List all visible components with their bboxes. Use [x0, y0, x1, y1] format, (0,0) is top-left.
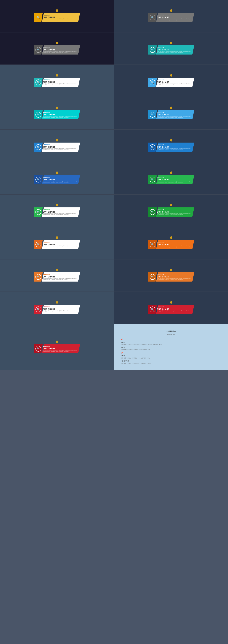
logo-chevron-4 [157, 47, 158, 48]
banner-logo-13: PHENIX [43, 209, 79, 210]
banner-5: 🔍 PHENIX OUR CHART Lorem ipsum dolor sit… [34, 78, 80, 87]
search-icon-12: 🔍 [150, 177, 155, 182]
search-icon-2: 🔍 [150, 14, 155, 20]
pin-icon-8 [170, 106, 172, 109]
banner-subtitle-19: Lorem ipsum dolor sit amet, consectetur … [43, 310, 79, 312]
logo-chevron-14 [157, 209, 158, 210]
banner-logo-21: PHENIX [43, 346, 79, 347]
banner-title-10: OUR CHART [157, 146, 193, 148]
banner-12: 🔍 PHENIX OUR CHART Lorem ipsum dolor sit… [148, 175, 194, 184]
banner-title-1: OUR CHART [43, 16, 79, 18]
doc-subtitle: Relaxing Policy [167, 334, 176, 335]
slide-11: 🔍 PHENIX OUR CHART Lorem ipsum dolor sit… [0, 162, 114, 194]
logo-chevron-15 [43, 242, 44, 243]
slide-9: 🔍 PHENIX OUR CHART Lorem ipsum dolor sit… [0, 130, 114, 162]
banner-11: 🔍 PHENIX OUR CHART Lorem ipsum dolor sit… [34, 175, 80, 184]
slide-doc: 자연한 공포 Relaxing Policy 📌 A. 결론: 인지 가능한 관… [114, 324, 228, 370]
banner-subtitle-5: Lorem ipsum dolor sit amet, consectetur … [43, 83, 79, 86]
pin-icon-18 [170, 269, 172, 271]
banner-subtitle-8: Lorem ipsum dolor sit amet, consectetur … [157, 116, 193, 118]
banner-2: 🔍 PHENIX OUR CHART Lorem ipsum dolor sit… [148, 13, 194, 22]
slide-7: 🔍 PHENIX OUR CHART Lorem ipsum dolor sit… [0, 97, 114, 129]
slide-20: 🔍 PHENIX OUR CHART Lorem ipsum dolor sit… [114, 292, 228, 324]
banner-title-20: OUR CHART [157, 308, 193, 310]
banner-18: 🔍 PHENIX OUR CHART Lorem ipsum dolor sit… [148, 272, 194, 282]
banner-title-14: OUR CHART [157, 211, 193, 213]
banner-accent-1: 🔍 [34, 13, 43, 22]
pin-icon-21 [56, 340, 58, 343]
banner-13: 🔍 PHENIX OUR CHART Lorem ipsum dolor sit… [34, 208, 80, 217]
banner-main-16: PHENIX OUR CHART Lorem ipsum dolor sit a… [156, 240, 194, 249]
banner-wrapper-11: 🔍 PHENIX OUR CHART Lorem ipsum dolor sit… [34, 175, 80, 184]
brand-label-3: PHENIX [44, 47, 50, 48]
banner-accent-3: 🔍 [34, 45, 43, 54]
pin-18 [170, 269, 172, 273]
doc-divider [131, 337, 212, 337]
banner-logo-4: PHENIX [157, 47, 193, 48]
banner-logo-12: PHENIX [157, 176, 193, 178]
slide-12: 🔍 PHENIX OUR CHART Lorem ipsum dolor sit… [114, 162, 228, 194]
banner-title-5: OUR CHART [43, 81, 79, 83]
banner-title-3: OUR CHART [43, 49, 79, 51]
banner-logo-2: PHENIX [157, 14, 193, 16]
banner-subtitle-3: Lorem ipsum dolor sit amet, consectetur … [43, 51, 79, 53]
banner-main-10: PHENIX OUR CHART Lorem ipsum dolor sit a… [156, 142, 194, 152]
banner-wrapper-19: 🔍 PHENIX OUR CHART Lorem ipsum dolor sit… [34, 305, 80, 314]
search-icon-16: 🔍 [150, 242, 155, 247]
pin-14 [170, 204, 172, 208]
banner-subtitle-4: Lorem ipsum dolor sit amet, consectetur … [157, 51, 193, 53]
pin-6 [170, 74, 172, 78]
logo-chevron-19 [43, 306, 44, 308]
banner-title-9: OUR CHART [43, 146, 79, 148]
slide-2: 🔍 PHENIX OUR CHART Lorem ipsum dolor sit… [114, 0, 228, 32]
banner-logo-16: PHENIX [157, 242, 193, 243]
banner-wrapper-3: 🔍 PHENIX OUR CHART Lorem ipsum dolor sit… [34, 45, 80, 54]
banner-title-4: OUR CHART [157, 49, 193, 51]
search-icon-19: 🔍 [36, 306, 41, 312]
banner-logo-18: PHENIX [157, 274, 193, 275]
pin-5 [56, 74, 58, 78]
banner-accent-11: 🔍 [34, 175, 43, 184]
logo-chevron-1 [43, 14, 44, 16]
pin-icon-1 [56, 9, 58, 12]
banner-wrapper-7: 🔍 PHENIX OUR CHART Lorem ipsum dolor sit… [34, 110, 80, 120]
banner-main-17: PHENIX OUR CHART Lorem ipsum dolor sit a… [42, 272, 80, 282]
banner-wrapper-20: 🔍 PHENIX OUR CHART Lorem ipsum dolor sit… [148, 305, 194, 314]
banner-title-12: OUR CHART [157, 178, 193, 180]
banner-4: 🔍 PHENIX OUR CHART Lorem ipsum dolor sit… [148, 45, 194, 54]
banner-subtitle-14: Lorem ipsum dolor sit amet, consectetur … [157, 213, 193, 215]
pin-icon-5 [56, 74, 58, 76]
search-icon-15: 🔍 [36, 242, 41, 247]
banner-accent-20: 🔍 [148, 305, 157, 314]
pin-12 [170, 172, 172, 175]
pin-icon-7 [56, 106, 58, 109]
brand-label-12: PHENIX [158, 176, 164, 178]
banner-accent-17: 🔍 [34, 272, 43, 282]
banner-logo-9: PHENIX [43, 144, 79, 146]
logo-chevron-18 [157, 274, 158, 275]
banner-wrapper-4: 🔍 PHENIX OUR CHART Lorem ipsum dolor sit… [148, 45, 194, 54]
banner-7: 🔍 PHENIX OUR CHART Lorem ipsum dolor sit… [34, 110, 80, 120]
brand-label-1: PHENIX [44, 14, 50, 16]
banner-accent-21: 🔍 [34, 344, 43, 353]
pin-17 [56, 269, 58, 273]
brand-label-6: PHENIX [158, 79, 164, 80]
brand-label-2: PHENIX [158, 14, 164, 16]
banner-subtitle-1: Lorem ipsum dolor sit amet, consectetur … [43, 18, 79, 21]
pin-13 [56, 204, 58, 208]
brand-label-5: PHENIX [44, 79, 50, 80]
banner-subtitle-12: Lorem ipsum dolor sit amet, consectetur … [157, 180, 193, 183]
logo-chevron-8 [157, 112, 158, 113]
banner-logo-19: PHENIX [43, 306, 79, 308]
slide-15: 🔍 PHENIX OUR CHART Lorem ipsum dolor sit… [0, 227, 114, 259]
banner-accent-18: 🔍 [148, 272, 157, 282]
search-icon-7: 🔍 [36, 112, 41, 118]
brand-label-16: PHENIX [158, 242, 164, 243]
brand-label-21: PHENIX [44, 346, 50, 347]
banner-wrapper-17: 🔍 PHENIX OUR CHART Lorem ipsum dolor sit… [34, 272, 80, 282]
banner-title-19: OUR CHART [43, 308, 79, 310]
banner-15: 🔍 PHENIX OUR CHART Lorem ipsum dolor sit… [34, 240, 80, 249]
search-icon-20: 🔍 [150, 306, 155, 312]
logo-chevron-6 [157, 79, 158, 81]
banner-6: 🔍 PHENIX OUR CHART Lorem ipsum dolor sit… [148, 78, 194, 87]
